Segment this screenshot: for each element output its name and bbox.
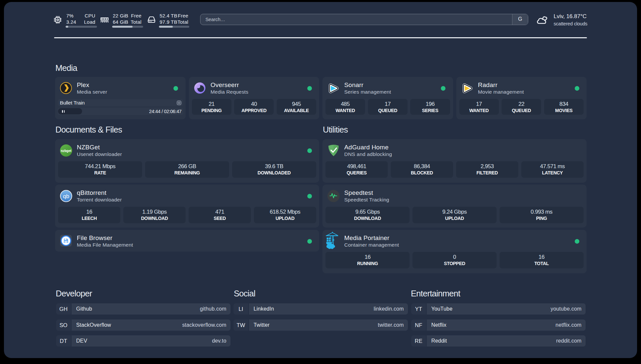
svg-text:nzbget: nzbget (61, 149, 72, 153)
svg-text:qb: qb (63, 193, 69, 199)
